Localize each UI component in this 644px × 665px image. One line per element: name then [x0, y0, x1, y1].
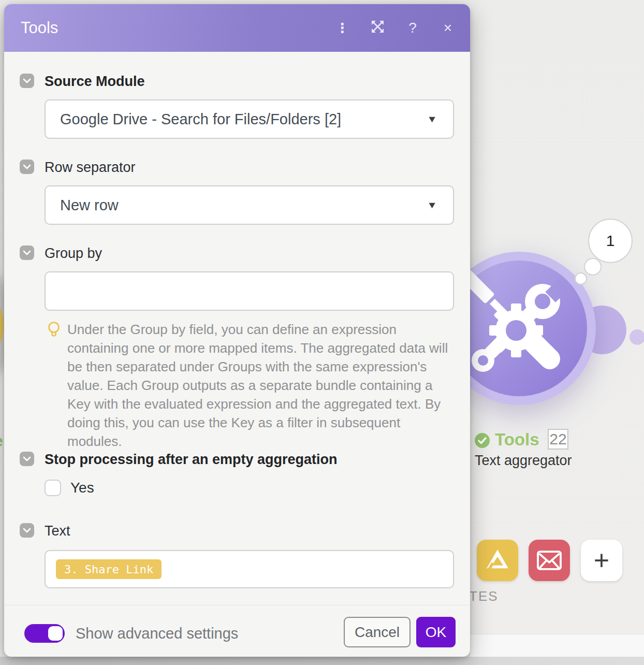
module-name: Tools — [495, 430, 539, 450]
advanced-settings-label: Show advanced settings — [76, 624, 238, 643]
module-subtitle: Text aggregator — [475, 453, 572, 469]
scenario-editor: e e — [0, 0, 644, 665]
dialog-title: Tools — [21, 19, 58, 37]
stop-processing-label: Stop processing after an empty aggregati… — [45, 452, 338, 467]
bubble-small — [575, 272, 587, 285]
text-input[interactable]: 3. Share Link — [45, 550, 454, 588]
source-module-label: Source Module — [45, 74, 145, 89]
mapped-item-tag[interactable]: 3. Share Link — [56, 559, 162, 579]
stop-processing-option-label: Yes — [70, 480, 94, 496]
email-app-tile[interactable] — [529, 540, 570, 581]
connector-dot — [630, 329, 644, 345]
help-icon[interactable]: ? — [404, 21, 421, 35]
caret-down-icon: ▼ — [427, 114, 437, 124]
dialog-footer: Show advanced settings Cancel OK — [4, 605, 470, 657]
collapse-text-icon[interactable] — [20, 523, 34, 538]
left-module-name-partial: e — [0, 431, 3, 451]
module-success-check-icon — [475, 433, 490, 448]
collapse-row-separator-icon[interactable] — [20, 160, 34, 174]
row-separator-value: New row — [60, 197, 119, 214]
source-module-value: Google Drive - Search for Files/Folders … — [60, 111, 341, 128]
ok-button[interactable]: OK — [416, 617, 456, 647]
cancel-button[interactable]: Cancel — [344, 617, 411, 647]
group-by-hint: Under the Group by field, you can define… — [67, 320, 455, 451]
email-icon — [536, 549, 563, 572]
collapse-source-module-icon[interactable] — [20, 74, 34, 88]
left-module-subtitle-partial: e — [0, 454, 1, 470]
google-drive-icon — [483, 547, 512, 573]
lightbulb-icon — [47, 321, 61, 341]
dialog-header: Tools ⋮ ? × — [4, 4, 470, 52]
canvas-bottom-strip — [0, 657, 644, 665]
advanced-settings-toggle[interactable] — [24, 624, 65, 643]
row-separator-label: Row separator — [45, 160, 136, 175]
source-module-select[interactable]: Google Drive - Search for Files/Folders … — [45, 99, 454, 139]
expand-icon[interactable] — [369, 20, 386, 36]
group-by-label: Group by — [45, 245, 102, 261]
collapse-group-by-icon[interactable] — [20, 245, 34, 260]
google-drive-app-tile[interactable] — [477, 540, 518, 581]
group-by-input[interactable] — [45, 271, 454, 311]
tools-settings-dialog: Tools ⋮ ? × Source Module — [4, 4, 470, 657]
caret-down-icon: ▼ — [427, 200, 437, 210]
close-icon[interactable]: × — [439, 21, 457, 35]
stop-processing-checkbox[interactable] — [45, 480, 61, 496]
menu-kebab-icon[interactable]: ⋮ — [333, 21, 351, 35]
canvas-lower-panel — [470, 634, 644, 657]
text-label: Text — [45, 523, 70, 539]
toggle-knob — [48, 626, 63, 641]
add-module-button[interactable]: + — [581, 540, 622, 581]
execution-count: 1 — [606, 232, 615, 250]
collapse-stop-processing-icon[interactable] — [20, 452, 34, 466]
row-separator-select[interactable]: New row ▼ — [45, 185, 454, 225]
module-number-badge: 22 — [548, 429, 568, 450]
bubble-medium — [584, 258, 602, 276]
execution-count-bubble[interactable]: 1 — [588, 219, 633, 263]
partial-bottom-label: TES — [469, 588, 499, 604]
